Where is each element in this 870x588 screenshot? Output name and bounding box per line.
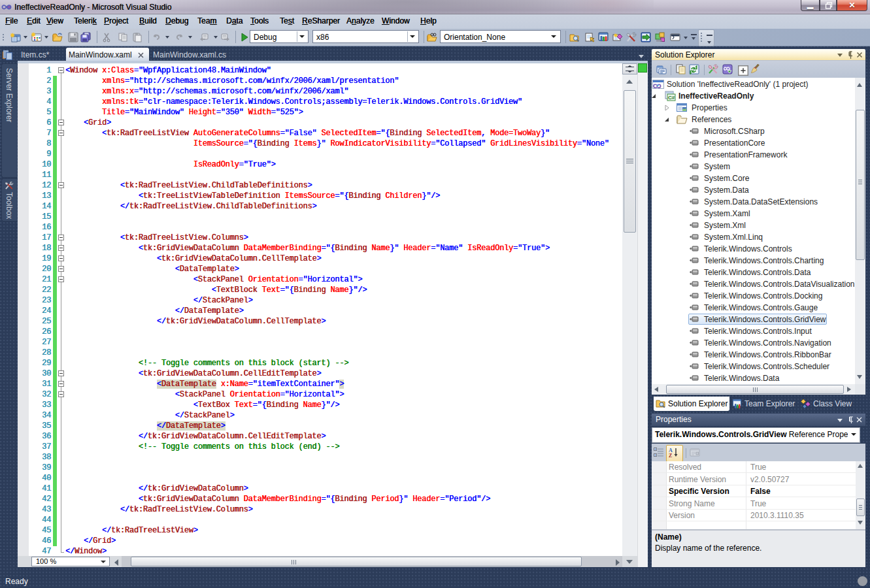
svg-text:Z: Z (669, 453, 672, 458)
svg-text:C#: C# (668, 95, 675, 101)
